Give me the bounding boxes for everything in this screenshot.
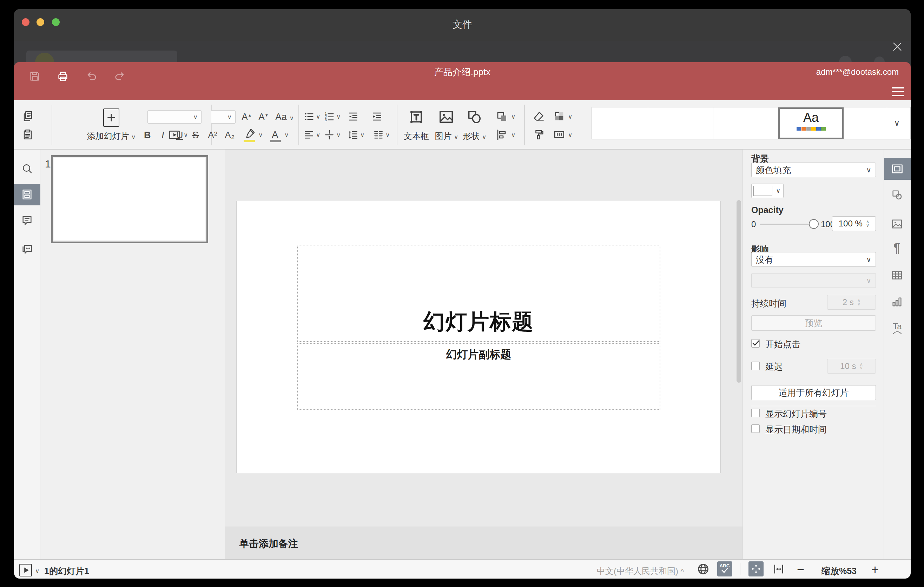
- bullets-icon[interactable]: [303, 111, 315, 122]
- chevron-down-icon[interactable]: ∨: [284, 132, 289, 138]
- paste-icon[interactable]: [22, 129, 34, 140]
- copy-style-icon[interactable]: [533, 129, 545, 140]
- change-case-button[interactable]: Aa ∨: [275, 112, 294, 122]
- chevron-down-icon[interactable]: ∨: [35, 568, 39, 574]
- decrease-indent-icon[interactable]: [348, 111, 359, 122]
- font-color-button[interactable]: A: [272, 129, 279, 140]
- horizontal-align-icon[interactable]: [303, 129, 315, 140]
- show-slide-number-checkbox[interactable]: [751, 409, 760, 417]
- canvas-scrollbar[interactable]: [736, 200, 741, 383]
- chart-settings-icon[interactable]: [891, 296, 903, 308]
- font-size-input[interactable]: ∨: [211, 110, 236, 124]
- chevron-down-icon[interactable]: ∨: [511, 114, 515, 120]
- arrange-order-icon[interactable]: [496, 110, 508, 123]
- add-slide-label[interactable]: 添加幻灯片 ∨: [80, 130, 143, 142]
- slide-thumbnail-selected[interactable]: [51, 155, 208, 243]
- spell-check-button[interactable]: ABC: [717, 561, 732, 577]
- increase-indent-icon[interactable]: [371, 111, 383, 122]
- text-art-settings-icon[interactable]: Ta: [890, 321, 904, 336]
- show-date-time-checkbox[interactable]: [751, 424, 760, 433]
- chevron-down-icon[interactable]: ∨: [360, 132, 365, 138]
- gallery-expand-chevron-icon[interactable]: ∨: [894, 118, 900, 128]
- italic-button[interactable]: I: [162, 130, 164, 141]
- image-settings-icon[interactable]: [891, 218, 903, 230]
- bold-button[interactable]: B: [144, 130, 151, 141]
- font-name-input[interactable]: ∨: [147, 110, 201, 124]
- chevron-down-icon[interactable]: ∨: [511, 132, 515, 138]
- slide-area[interactable]: 幻灯片标题 幻灯片副标题: [236, 201, 721, 473]
- language-selector[interactable]: 中文(中华人民共和国) ^: [597, 566, 684, 577]
- chevron-down-icon[interactable]: ∨: [336, 114, 340, 120]
- opacity-slider-knob[interactable]: [809, 219, 819, 229]
- shape-icon[interactable]: [466, 109, 482, 125]
- fill-type-select[interactable]: 颜色填充∨: [751, 163, 876, 177]
- search-icon[interactable]: [21, 163, 33, 175]
- document-language-globe-icon[interactable]: [696, 562, 710, 576]
- delay-checkbox[interactable]: [751, 362, 760, 370]
- shape-settings-icon[interactable]: [891, 189, 903, 201]
- vertical-align-icon[interactable]: [324, 129, 335, 140]
- chat-icon[interactable]: [21, 243, 33, 255]
- sidebar-item-slide-settings[interactable]: [884, 158, 911, 180]
- chevron-down-icon[interactable]: ∨: [316, 114, 320, 120]
- columns-icon[interactable]: [373, 129, 384, 140]
- image-label[interactable]: 图片 ∨: [431, 130, 463, 142]
- decrease-font-size-button[interactable]: A▼: [258, 112, 269, 122]
- chevron-down-icon[interactable]: ∨: [183, 132, 188, 138]
- highlight-color-icon[interactable]: [244, 128, 256, 139]
- underline-button[interactable]: U: [176, 130, 183, 141]
- theme-item-blank[interactable]: [592, 107, 648, 139]
- align-objects-icon[interactable]: [496, 129, 508, 141]
- fill-color-picker[interactable]: ∨: [751, 184, 784, 198]
- apply-to-all-slides-button[interactable]: 适用于所有幻灯片: [751, 385, 876, 400]
- slide-subtitle-placeholder[interactable]: 幻灯片副标题: [297, 343, 660, 410]
- subscript-button[interactable]: A₂: [225, 130, 235, 141]
- chevron-down-icon[interactable]: ∨: [258, 132, 262, 138]
- duration-spinner[interactable]: 2 s ∧∨: [827, 295, 876, 310]
- start-on-click-checkbox[interactable]: [751, 339, 760, 348]
- fit-to-slide-button[interactable]: [749, 561, 764, 577]
- image-icon[interactable]: [438, 109, 454, 125]
- menu-hamburger-icon[interactable]: [892, 87, 904, 96]
- slide-title-placeholder[interactable]: 幻灯片标题: [297, 245, 660, 342]
- slide-size-icon[interactable]: [553, 129, 565, 140]
- strikeout-button[interactable]: S: [192, 130, 199, 141]
- comments-icon[interactable]: [21, 214, 33, 226]
- chevron-down-icon[interactable]: ∨: [386, 132, 390, 138]
- clear-style-icon[interactable]: [533, 110, 545, 122]
- text-box-icon[interactable]: [408, 109, 425, 125]
- shape-label[interactable]: 形状 ∨: [459, 130, 491, 142]
- line-spacing-icon[interactable]: [348, 129, 359, 140]
- chevron-down-icon[interactable]: ∨: [336, 132, 340, 138]
- preview-button[interactable]: 预览: [751, 315, 876, 331]
- theme-item-blank[interactable]: [648, 107, 713, 139]
- zoom-out-button[interactable]: −: [797, 562, 804, 577]
- add-slide-button[interactable]: [103, 109, 119, 127]
- superscript-button[interactable]: A²: [208, 130, 217, 141]
- triangle-down-icon: ▼: [265, 113, 269, 117]
- opacity-spinner[interactable]: 100 % ∧∨: [832, 216, 876, 231]
- effect-variant-select[interactable]: ∨: [751, 273, 876, 288]
- close-icon[interactable]: [891, 40, 904, 53]
- chevron-down-icon[interactable]: ∨: [568, 114, 572, 120]
- effect-select[interactable]: 没有∨: [751, 252, 876, 267]
- sidebar-item-slides[interactable]: [14, 184, 40, 205]
- paragraph-settings-icon[interactable]: ¶: [893, 241, 900, 256]
- opacity-slider-track[interactable]: [760, 224, 813, 225]
- theme-item-blank[interactable]: [843, 107, 887, 139]
- notes-area[interactable]: 单击添加备注: [225, 527, 742, 559]
- theme-item-blank[interactable]: [713, 107, 778, 139]
- zoom-in-button[interactable]: +: [871, 562, 879, 577]
- chevron-down-icon[interactable]: ∨: [568, 132, 572, 138]
- start-slideshow-button[interactable]: [19, 564, 32, 577]
- theme-item-selected[interactable]: Aa: [778, 107, 843, 139]
- increase-font-size-button[interactable]: A▲: [241, 112, 252, 122]
- copy-icon[interactable]: [22, 110, 34, 122]
- chevron-down-icon[interactable]: ∨: [316, 132, 320, 138]
- text-box-label[interactable]: 文本框: [402, 130, 431, 142]
- numbering-icon[interactable]: 123: [324, 111, 335, 122]
- fit-to-width-icon[interactable]: [772, 563, 785, 575]
- table-settings-icon[interactable]: [891, 269, 903, 281]
- color-scheme-icon[interactable]: [553, 110, 565, 122]
- delay-spinner[interactable]: 10 s ∧∨: [827, 359, 876, 374]
